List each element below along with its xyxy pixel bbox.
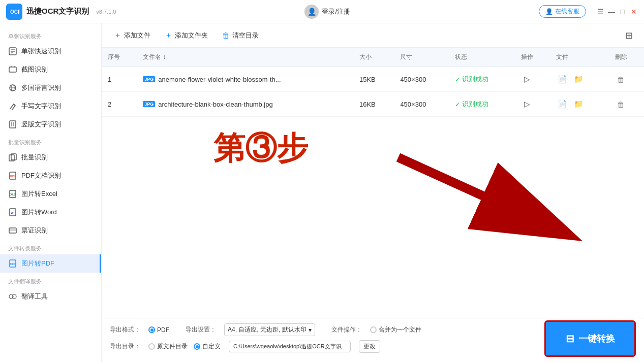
pdf-radio-label: PDF — [157, 326, 169, 334]
open-folder-icon-2[interactable]: 📁 — [572, 98, 585, 110]
service-icon: 👤 — [545, 8, 553, 15]
sidebar-label-card-ocr: 票证识别 — [21, 226, 48, 235]
pdf-radio-dot — [148, 326, 155, 333]
grid-view-button[interactable]: ⊞ — [622, 28, 636, 43]
sidebar-item-translate[interactable]: 翻译工具 — [0, 287, 101, 306]
close-button[interactable]: ✕ — [630, 8, 638, 16]
menu-button[interactable]: ☰ — [596, 8, 604, 16]
card-ocr-icon — [8, 226, 17, 235]
bottom-section: 导出格式： PDF 导出设置： A4, 自适应, 无边距, 默认水印 ▾ 文件操… — [102, 318, 644, 362]
maximize-button[interactable]: □ — [619, 8, 627, 16]
add-file-icon: ＋ — [114, 30, 121, 40]
merge-files-radio[interactable]: 合并为一个文件 — [370, 325, 421, 334]
convert-button[interactable]: ⊟ 一键转换 — [544, 320, 636, 357]
cell-action-2: ▷ — [515, 92, 550, 117]
filename-text-2: architecture-blank-box-clean-thumb.jpg — [158, 101, 272, 108]
svg-line-12 — [14, 104, 15, 106]
toolbar: ＋ 添加文件 ＋ 添加文件夹 🗑 清空目录 ⊞ — [102, 23, 644, 48]
clear-button[interactable]: 🗑 清空目录 — [218, 28, 263, 43]
sidebar-label-img-excel: 图片转Excel — [21, 189, 57, 199]
cell-status-2: ✓ 识别成功 — [449, 92, 515, 117]
convert-label: 一键转换 — [578, 333, 615, 345]
output-dir-label: 导出目录： — [110, 342, 140, 351]
svg-text:PDF: PDF — [10, 175, 16, 178]
sidebar-item-quick-ocr[interactable]: 单张快速识别 — [0, 42, 101, 60]
sidebar-item-img-word[interactable]: W 图片转Word — [0, 203, 101, 221]
action-icons-2: ▷ — [521, 98, 544, 110]
titlebar-center: 👤 登录/注册 — [116, 5, 539, 19]
step-area: 第③步 — [102, 117, 644, 259]
checkmark-2: ✓ — [455, 101, 461, 108]
cell-size-1: 15KB — [353, 67, 394, 92]
sidebar-item-screenshot-ocr[interactable]: 截图识别 — [0, 60, 101, 79]
merge-label: 合并为一个文件 — [379, 325, 421, 334]
original-dir-radio[interactable]: 原文件目录 — [148, 342, 188, 351]
add-folder-button[interactable]: ＋ 添加文件夹 — [161, 28, 212, 43]
app-version: v8.7.1.0 — [96, 9, 116, 15]
file-operation-label: 文件操作： — [331, 325, 362, 334]
delete-button-1[interactable]: 🗑 — [615, 73, 627, 85]
multilang-ocr-icon — [8, 83, 17, 92]
img-excel-icon: XLS — [8, 189, 17, 199]
custom-dir-radio[interactable]: 自定义 — [194, 342, 221, 351]
window-controls: ☰ — □ ✕ — [596, 8, 638, 16]
batch-ocr-icon — [8, 153, 17, 162]
sidebar-label-img-pdf: 图片转PDF — [21, 259, 54, 268]
format-pdf-radio[interactable]: PDF — [148, 326, 169, 334]
play-button-2[interactable]: ▷ — [521, 98, 533, 110]
cell-action-1: ▷ — [515, 67, 550, 92]
sidebar-item-pdf-ocr[interactable]: PDF PDF文档识别 — [0, 167, 101, 185]
view-file-icon-2[interactable]: 📄 — [556, 98, 568, 110]
change-btn-label: 更改 — [363, 343, 376, 350]
pdf-ocr-icon: PDF — [8, 171, 17, 180]
file-name-cell-2: JPG architecture-blank-box-clean-thumb.j… — [143, 101, 347, 108]
svg-rect-6 — [9, 67, 16, 72]
jpg-badge-2: JPG — [143, 101, 155, 107]
service-label: 在线客服 — [555, 7, 579, 16]
col-action: 操作 — [515, 48, 550, 67]
svg-text:OCR: OCR — [10, 9, 20, 15]
content-area: ＋ 添加文件 ＋ 添加文件夹 🗑 清空目录 ⊞ — [102, 23, 644, 362]
sidebar-item-vertical-ocr[interactable]: 竖版文字识别 — [0, 115, 101, 134]
status-success-2: ✓ 识别成功 — [455, 100, 509, 109]
cell-file-2: 📄 📁 — [550, 92, 608, 117]
path-input[interactable]: C:\Users\wqeaoiw\desktop\迅捷OCR文字识 — [229, 341, 351, 352]
svg-text:W: W — [11, 211, 14, 214]
sidebar: 单张识别服务 单张快速识别 截图识别 多国语言识别 手写文字识别 — [0, 23, 102, 362]
status-text-2: 识别成功 — [462, 100, 488, 109]
sidebar-item-card-ocr[interactable]: 票证识别 — [0, 221, 101, 240]
sidebar-item-handwriting-ocr[interactable]: 手写文字识别 — [0, 97, 101, 115]
step-label: 第③步 — [213, 130, 308, 166]
screenshot-ocr-icon — [8, 65, 17, 74]
dropdown-arrow-icon: ▾ — [309, 326, 312, 334]
cell-status-1: ✓ 识别成功 — [449, 67, 515, 92]
file-table: 序号 文件名 ↕ 大小 尺寸 状态 操作 文件 删除 1 — [102, 48, 644, 117]
main-layout: 单张识别服务 单张快速识别 截图识别 多国语言识别 手写文字识别 — [0, 23, 644, 362]
jpg-badge-1: JPG — [143, 76, 155, 82]
cell-index-2: 2 — [102, 92, 137, 117]
online-service-button[interactable]: 👤 在线客服 — [539, 5, 586, 18]
export-settings-value: A4, 自适应, 无边距, 默认水印 — [228, 325, 306, 334]
cell-dimensions-1: 450×300 — [394, 67, 449, 92]
merge-radio-dot — [370, 326, 377, 333]
table-header-row: 序号 文件名 ↕ 大小 尺寸 状态 操作 文件 删除 — [102, 48, 644, 67]
sidebar-item-img-excel[interactable]: XLS 图片转Excel — [0, 185, 101, 203]
add-file-button[interactable]: ＋ 添加文件 — [110, 28, 155, 43]
view-file-icon-1[interactable]: 📄 — [556, 73, 568, 85]
export-settings-select[interactable]: A4, 自适应, 无边距, 默认水印 ▾ — [224, 323, 315, 336]
sidebar-item-multilang-ocr[interactable]: 多国语言识别 — [0, 79, 101, 97]
status-success-1: ✓ 识别成功 — [455, 75, 509, 84]
sidebar-label-screenshot-ocr: 截图识别 — [21, 65, 48, 74]
play-button-1[interactable]: ▷ — [521, 73, 533, 85]
open-folder-icon-1[interactable]: 📁 — [572, 73, 585, 85]
col-file: 文件 — [550, 48, 608, 67]
sidebar-item-batch-ocr[interactable]: 批量识别 — [0, 148, 101, 167]
change-path-button[interactable]: 更改 — [359, 340, 380, 353]
login-button[interactable]: 👤 登录/注册 — [304, 5, 350, 19]
minimize-button[interactable]: — — [607, 8, 616, 16]
delete-button-2[interactable]: 🗑 — [615, 98, 627, 110]
vertical-ocr-icon — [8, 120, 17, 129]
img-word-icon: W — [8, 208, 17, 217]
sidebar-item-img-pdf[interactable]: PDF 图片转PDF — [0, 254, 101, 273]
original-dir-dot — [148, 343, 155, 350]
